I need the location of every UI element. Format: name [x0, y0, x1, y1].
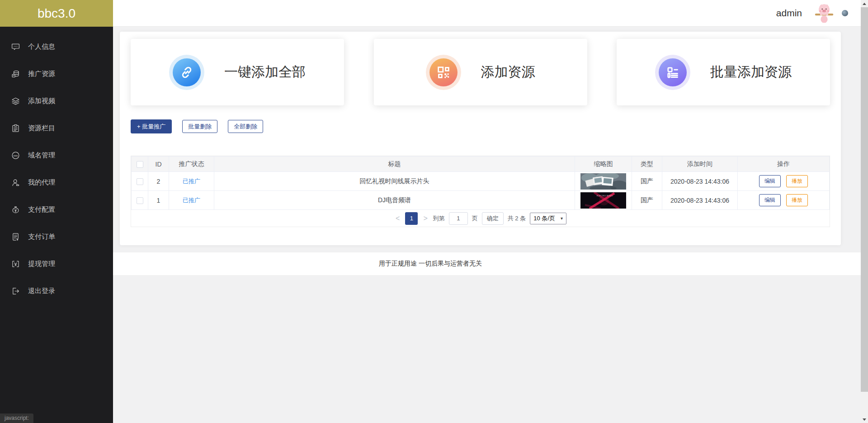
- main-content: 一键添加全部 添加资源 批量添加资源 + 批量推广 批量删除 全部删除: [113, 27, 861, 423]
- cell-type: 国产: [632, 172, 662, 191]
- page-size-select[interactable]: 10 条/页 ▾: [530, 213, 566, 224]
- next-page-button[interactable]: >: [422, 215, 429, 222]
- agent-user-icon: [11, 178, 20, 187]
- status-tooltip: javascript:: [0, 413, 33, 423]
- column-header-type: 类型: [632, 157, 662, 172]
- avatar[interactable]: [814, 3, 835, 24]
- invoice-icon: [11, 232, 20, 242]
- sidebar-item-my-agent[interactable]: 我的代理: [0, 169, 113, 196]
- card-label: 一键添加全部: [224, 63, 306, 81]
- sidebar-item-label: 推广资源: [28, 70, 55, 78]
- sidebar-item-payment-orders[interactable]: 支付订单: [0, 223, 113, 250]
- row-checkbox[interactable]: [137, 178, 143, 185]
- table-row: 1 已推广 DJ电音频谱 ELECTRO MUSIC: [132, 191, 830, 210]
- edit-button[interactable]: 编辑: [759, 194, 781, 206]
- qrcode-icon-halo: [426, 55, 461, 90]
- goto-page-input[interactable]: [449, 212, 468, 225]
- sidebar-item-add-video[interactable]: 添加视频: [0, 87, 113, 114]
- column-header-id: ID: [148, 157, 169, 172]
- batch-promote-button[interactable]: + 批量推广: [131, 119, 172, 133]
- delete-all-button[interactable]: 全部删除: [228, 120, 263, 133]
- username[interactable]: admin: [776, 8, 802, 19]
- resource-table: ID 推广状态 标题 缩略图 类型 添加时间 操作 2 已推广 回忆礼视时间线: [131, 156, 830, 227]
- sidebar-item-label: 域名管理: [28, 151, 55, 160]
- sidebar: bbc3.0 个人信息 推广资源 添加视频 资源栏目 www 域名管理 我的代理: [0, 0, 113, 423]
- card-label: 批量添加资源: [710, 63, 792, 81]
- clipboard-icon: [11, 124, 20, 133]
- card-batch-add-resource[interactable]: 批量添加资源: [617, 39, 830, 105]
- app-logo: bbc3.0: [0, 0, 113, 27]
- qrcode-icon: [436, 65, 451, 80]
- column-header-thumbnail: 缩略图: [575, 157, 632, 172]
- cell-type: 国产: [632, 191, 662, 210]
- sidebar-item-logout[interactable]: 退出登录: [0, 277, 113, 304]
- footer: 用于正规用途 一切后果与运营者无关: [113, 252, 861, 275]
- toolbar: + 批量推广 批量删除 全部删除: [131, 119, 830, 133]
- page-size-value: 10 条/页: [533, 214, 555, 223]
- status-link[interactable]: 已推广: [183, 178, 200, 185]
- globe-www-icon: www: [11, 151, 20, 160]
- logout-icon: [11, 286, 20, 296]
- form-icon: [665, 65, 680, 80]
- pagination: < 1 > 到第 页 确定 共 2 条 10 条/页 ▾: [131, 210, 830, 227]
- thumbnail-image[interactable]: [580, 173, 626, 190]
- link-icon-halo: [169, 55, 204, 90]
- cell-added-time: 2020-08-23 14:43:06: [662, 172, 738, 191]
- column-header-title: 标题: [214, 157, 575, 172]
- table-row: 2 已推广 回忆礼视时间线展示片头: [132, 172, 830, 191]
- sidebar-item-withdraw[interactable]: 提现管理: [0, 250, 113, 277]
- withdraw-icon: [11, 259, 20, 269]
- column-header-actions: 操作: [738, 157, 830, 172]
- sidebar-item-label: 个人信息: [28, 43, 55, 51]
- sidebar-item-domain[interactable]: www 域名管理: [0, 142, 113, 169]
- scroll-down-icon[interactable]: [861, 416, 868, 423]
- play-button[interactable]: 播放: [786, 194, 808, 206]
- total-count: 共 2 条: [508, 214, 526, 223]
- money-bag-icon: [11, 205, 20, 214]
- batch-delete-button[interactable]: 批量删除: [182, 120, 217, 133]
- sidebar-item-label: 退出登录: [28, 287, 55, 295]
- select-all-cell: [132, 157, 148, 172]
- message-icon: [11, 42, 20, 52]
- select-all-checkbox[interactable]: [137, 161, 143, 168]
- svg-text:ELECTRO MUSIC: ELECTRO MUSIC: [597, 195, 613, 197]
- disclaimer-text: 用于正规用途 一切后果与运营者无关: [379, 260, 482, 268]
- sidebar-item-label: 我的代理: [28, 178, 55, 187]
- thumbnail-image[interactable]: ELECTRO MUSIC: [580, 192, 626, 209]
- content-panel: 一键添加全部 添加资源 批量添加资源 + 批量推广 批量删除 全部删除: [120, 32, 841, 245]
- sidebar-item-profile[interactable]: 个人信息: [0, 33, 113, 60]
- edit-button[interactable]: 编辑: [759, 175, 781, 187]
- card-add-resource[interactable]: 添加资源: [374, 39, 587, 105]
- sidebar-item-label: 添加视频: [28, 97, 55, 105]
- play-button[interactable]: 播放: [786, 175, 808, 187]
- layers-icon: [11, 96, 20, 106]
- sidebar-item-payment-config[interactable]: 支付配置: [0, 196, 113, 223]
- scroll-up-icon[interactable]: [861, 0, 868, 7]
- row-checkbox[interactable]: [137, 197, 143, 204]
- sidebar-item-promote-resources[interactable]: 推广资源: [0, 60, 113, 87]
- column-header-added-time: 添加时间: [662, 157, 738, 172]
- card-add-all[interactable]: 一键添加全部: [131, 39, 344, 105]
- scrollbar[interactable]: [861, 0, 868, 423]
- sidebar-item-label: 支付配置: [28, 205, 55, 214]
- status-link[interactable]: 已推广: [183, 197, 200, 204]
- sidebar-item-resource-category[interactable]: 资源栏目: [0, 114, 113, 142]
- prev-page-button[interactable]: <: [394, 215, 401, 222]
- sidebar-item-label: 提现管理: [28, 260, 55, 268]
- table-header-row: ID 推广状态 标题 缩略图 类型 添加时间 操作: [132, 157, 830, 172]
- theme-dot-icon[interactable]: [842, 10, 848, 16]
- page-unit-label: 页: [472, 214, 478, 223]
- cell-id: 2: [148, 172, 169, 191]
- confirm-button[interactable]: 确定: [482, 212, 504, 225]
- action-cards: 一键添加全部 添加资源 批量添加资源: [131, 39, 830, 105]
- form-icon-halo: [655, 55, 690, 90]
- column-header-status: 推广状态: [169, 157, 214, 172]
- resources-icon: [11, 69, 20, 79]
- link-icon: [179, 65, 194, 80]
- page-1-button[interactable]: 1: [405, 212, 418, 225]
- scrollbar-thumb[interactable]: [861, 7, 868, 392]
- sidebar-item-label: 资源栏目: [28, 124, 55, 133]
- cell-title: DJ电音频谱: [214, 191, 575, 210]
- cell-title: 回忆礼视时间线展示片头: [214, 172, 575, 191]
- svg-text:www: www: [14, 154, 19, 157]
